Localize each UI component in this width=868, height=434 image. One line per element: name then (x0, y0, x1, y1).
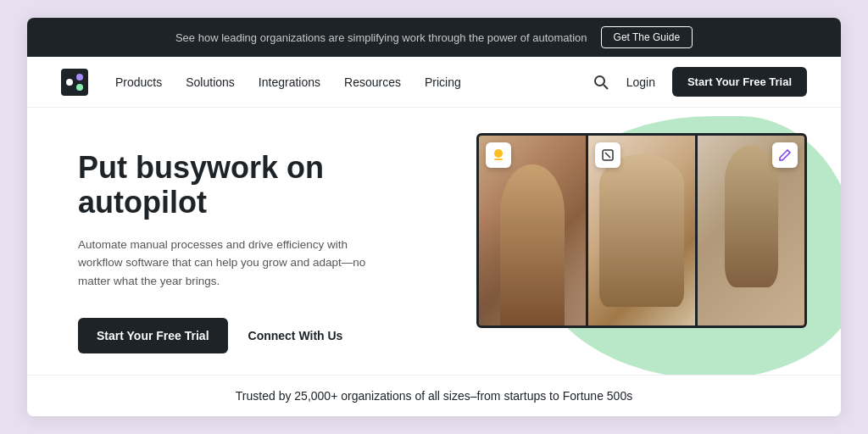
panel-icon-1 (486, 142, 511, 168)
svg-point-3 (76, 84, 83, 91)
svg-rect-7 (494, 159, 503, 160)
search-icon[interactable] (593, 74, 609, 91)
logo[interactable] (61, 69, 88, 96)
banner-text: See how leading organizations are simpli… (175, 31, 587, 44)
hero-title: Put busywork on autopilot (78, 150, 426, 220)
login-link[interactable]: Login (626, 75, 655, 89)
svg-point-2 (76, 74, 83, 81)
trusted-text: Trusted by 25,000+ organizations of all … (236, 389, 632, 403)
collage-panel-2 (588, 136, 695, 326)
svg-point-6 (494, 149, 503, 158)
nav-left: Products Solutions Integrations Resource… (61, 69, 461, 96)
image-collage (476, 133, 807, 328)
nav-links: Products Solutions Integrations Resource… (115, 75, 461, 90)
svg-line-9 (605, 153, 610, 158)
collage-panel-3 (698, 136, 804, 326)
panel-icon-2 (595, 142, 620, 168)
nav-item-solutions[interactable]: Solutions (186, 75, 235, 90)
hero-cta-primary-button[interactable]: Start Your Free Trial (78, 318, 228, 353)
svg-rect-0 (61, 69, 88, 96)
navbar: Products Solutions Integrations Resource… (27, 57, 841, 108)
nav-item-integrations[interactable]: Integrations (259, 75, 320, 90)
nav-item-pricing[interactable]: Pricing (425, 75, 461, 90)
hero-left: Put busywork on autopilot Automate manua… (27, 108, 459, 375)
nav-item-products[interactable]: Products (115, 75, 162, 90)
svg-line-5 (604, 85, 608, 89)
nav-cta-button[interactable]: Start Your Free Trial (672, 67, 807, 97)
page-wrapper: See how leading organizations are simpli… (27, 18, 841, 416)
trusted-bar: Trusted by 25,000+ organizations of all … (27, 375, 841, 416)
svg-point-4 (595, 76, 604, 86)
nav-right: Login Start Your Free Trial (593, 67, 807, 97)
svg-point-1 (66, 79, 73, 86)
top-banner: See how leading organizations are simpli… (27, 18, 841, 57)
main-content: Put busywork on autopilot Automate manua… (27, 108, 841, 375)
banner-cta-button[interactable]: Get The Guide (601, 26, 693, 48)
nav-item-resources[interactable]: Resources (344, 75, 401, 90)
hero-cta-secondary-link[interactable]: Connect With Us (248, 329, 343, 342)
hero-buttons: Start Your Free Trial Connect With Us (78, 318, 426, 353)
collage-panel-1 (479, 136, 586, 326)
hero-description: Automate manual processes and drive effi… (78, 236, 366, 291)
hero-right (459, 108, 841, 375)
panel-icon-3 (772, 142, 798, 168)
